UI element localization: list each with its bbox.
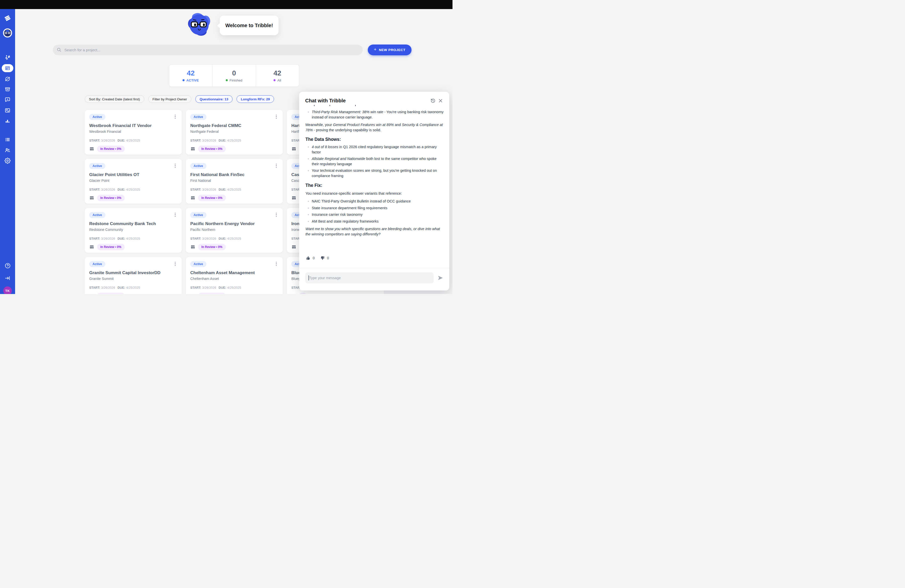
search-icon: [57, 47, 62, 53]
chat-bullet-list: NAIC Third-Party Oversight Bulletin inst…: [305, 199, 444, 224]
table-icon: [190, 245, 195, 250]
project-card[interactable]: Active Granite Summit Capital InvestorDD…: [85, 257, 182, 294]
card-title: Westbrook Financial IT Vendor: [89, 123, 177, 128]
project-card[interactable]: Active Glacier Point Utilities OT Glacie…: [85, 159, 182, 204]
stat-all[interactable]: 42 All: [256, 65, 299, 86]
top-bar: [0, 0, 452, 9]
card-title: First National Bank FinSec: [190, 172, 278, 177]
table-icon: [89, 195, 94, 200]
mascot-glasses: [191, 21, 206, 27]
sidebar-item-handoff[interactable]: [0, 52, 15, 63]
project-card[interactable]: Active Northgate Federal CMMC Northgate …: [186, 110, 283, 155]
card-subtitle: Pacific Northern: [190, 227, 278, 232]
stat-finished-label: Finished: [230, 78, 242, 82]
sidebar-item-review-list[interactable]: [0, 105, 15, 116]
new-project-button[interactable]: + NEW PROJECT: [368, 44, 411, 55]
card-menu-button[interactable]: [173, 261, 178, 267]
active-dot: [183, 79, 184, 81]
tribble-mascot: [188, 13, 211, 36]
status-badge: Active: [190, 163, 206, 169]
chat-message-input[interactable]: [305, 272, 433, 283]
tribble-avatar-icon[interactable]: [0, 28, 15, 38]
chat-bullet-item: NAIC Third-Party Oversight Bulletin inst…: [312, 199, 444, 204]
chat-divider: [299, 268, 449, 268]
card-menu-button[interactable]: [173, 212, 178, 218]
table-icon: [89, 146, 94, 151]
scrolled-text-remnant: [305, 105, 444, 106]
card-footer: In Review • 0%: [190, 146, 278, 152]
stat-finished[interactable]: 0 Finished: [212, 65, 256, 86]
card-footer: In Review • 0%: [89, 293, 177, 294]
chat-close-icon[interactable]: [437, 97, 444, 104]
card-menu-button[interactable]: [274, 163, 279, 168]
search-input[interactable]: [53, 45, 363, 55]
help-icon[interactable]: [0, 261, 15, 271]
card-subtitle: Glacier Point: [89, 178, 177, 183]
chat-panel: Chat with Tribble Third-Party Risk Manag…: [299, 92, 449, 291]
longform-rfx-chip[interactable]: Longform RFx: 29: [237, 95, 274, 103]
progress-badge: In Review • 0%: [198, 195, 226, 201]
chat-input-row: [305, 272, 444, 283]
new-project-label: NEW PROJECT: [379, 48, 405, 52]
card-menu-button[interactable]: [173, 163, 178, 168]
send-icon[interactable]: [437, 275, 444, 281]
stat-active[interactable]: 42 ACTIVE: [169, 65, 212, 86]
filter-row: Sort By: Created Date (latest first) Fil…: [85, 95, 274, 103]
user-avatar[interactable]: TK: [0, 286, 15, 294]
thumbs-up-button[interactable]: 0: [306, 256, 315, 260]
card-title: Cheltenham Asset Management: [190, 270, 278, 275]
project-card[interactable]: Active Redstone Community Bank Tech Reds…: [85, 208, 182, 253]
sidebar-item-projects-active[interactable]: [2, 64, 13, 72]
card-dates: START: 3/26/2026DUE: 4/25/2025: [190, 286, 278, 289]
progress-badge: In Review • 0%: [198, 146, 226, 152]
card-dates: START: 3/26/2026DUE: 4/25/2025: [190, 139, 278, 142]
stat-active-label: ACTIVE: [186, 78, 199, 82]
card-footer: In Review • 0%: [190, 195, 278, 201]
chat-bullet-item: AM Best and state regulatory frameworks: [312, 219, 444, 224]
card-dates: START: 3/26/2026DUE: 4/25/2025: [190, 237, 278, 240]
card-menu-button[interactable]: [274, 261, 279, 267]
welcome-text: Welcome to Tribble!: [225, 23, 273, 29]
progress-badge: [299, 293, 307, 294]
sidebar-item-archive[interactable]: [0, 84, 15, 94]
tribble-logo-icon[interactable]: [0, 13, 15, 23]
card-menu-button[interactable]: [274, 114, 279, 119]
thumbs-down-button[interactable]: 0: [320, 256, 329, 260]
sidebar-item-analytics[interactable]: [0, 116, 15, 126]
chat-bullet-list: Third-Party Risk Management: 38% win rat…: [305, 110, 444, 120]
filter-owner-chip[interactable]: Filter by Project Owner: [148, 95, 191, 103]
thumbs-down-icon: [320, 256, 325, 260]
chat-paragraph: Meanwhile, your General Product Features…: [305, 122, 444, 132]
stat-finished-value: 0: [232, 69, 236, 77]
project-card[interactable]: Active Westbrook Financial IT Vendor Wes…: [85, 110, 182, 155]
project-card[interactable]: Active Pacific Northern Energy Vendor Pa…: [186, 208, 283, 253]
project-card[interactable]: Active Cheltenham Asset Management Chelt…: [186, 257, 283, 294]
table-icon: [190, 146, 195, 151]
logout-icon[interactable]: [0, 273, 15, 283]
sidebar-item-settings[interactable]: [0, 156, 15, 166]
chat-history-icon[interactable]: [429, 97, 437, 104]
progress-badge: In Review • 0%: [97, 244, 125, 250]
stat-active-value: 42: [187, 69, 195, 77]
card-subtitle: Granite Summit: [89, 277, 177, 281]
table-icon: [190, 195, 195, 200]
user-initials: TK: [3, 286, 12, 294]
sidebar-item-chat[interactable]: [0, 95, 15, 105]
table-icon: [291, 146, 296, 151]
table-icon: [190, 294, 195, 294]
progress-badge: In Review • 0%: [97, 146, 125, 152]
card-dates: START: 3/26/2026DUE: 4/25/2025: [89, 139, 177, 142]
questionnaire-chip[interactable]: Questionnaire: 13: [195, 95, 233, 103]
card-menu-button[interactable]: [274, 212, 279, 218]
card-menu-button[interactable]: [173, 114, 178, 119]
sort-by-chip[interactable]: Sort By: Created Date (latest first): [85, 95, 144, 103]
progress-badge: In Review • 0%: [198, 244, 226, 250]
sidebar-item-team[interactable]: [0, 145, 15, 155]
finished-dot: [226, 79, 228, 81]
progress-badge: In Review • 0%: [97, 293, 125, 294]
chat-bullet-list: 4 out of 8 losses in Q1 2026 cited regul…: [305, 145, 444, 178]
sidebar-item-sync[interactable]: [0, 74, 15, 84]
project-card[interactable]: Active First National Bank FinSec First …: [186, 159, 283, 204]
sidebar-item-queue[interactable]: [0, 135, 15, 145]
status-badge: Active: [89, 261, 105, 267]
